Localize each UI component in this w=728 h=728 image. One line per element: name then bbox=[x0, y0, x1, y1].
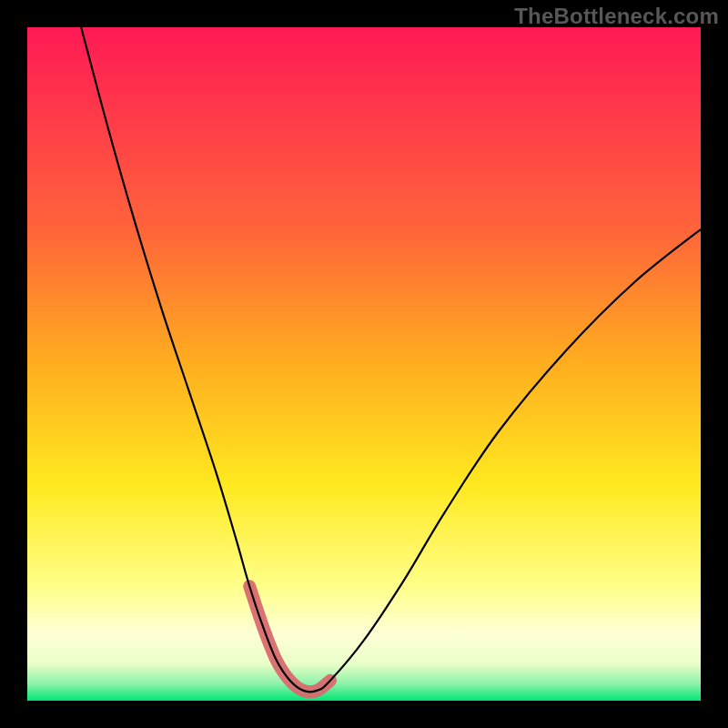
plot-area bbox=[27, 27, 701, 701]
watermark-text: TheBottleneck.com bbox=[514, 4, 719, 29]
chart-frame: TheBottleneck.com bbox=[0, 0, 728, 728]
bottleneck-chart-svg bbox=[27, 27, 701, 701]
gradient-background bbox=[27, 27, 701, 701]
